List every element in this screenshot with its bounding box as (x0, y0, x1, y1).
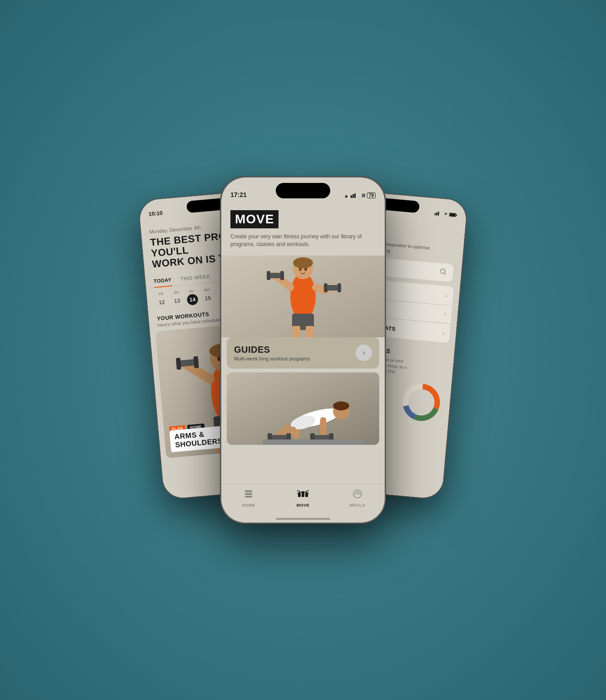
svg-rect-12 (269, 273, 281, 278)
meals-nav-icon (352, 489, 362, 501)
svg-rect-42 (305, 493, 308, 497)
svg-rect-14 (280, 271, 284, 280)
move-screen: 17:21 ▲ 79 MOVE Create your very own fit… (221, 177, 385, 523)
donut-chart-container (399, 380, 444, 426)
move-title: MOVE (235, 212, 274, 226)
tab-today[interactable]: TODAY (153, 273, 172, 287)
svg-rect-34 (245, 490, 252, 492)
svg-rect-70 (456, 214, 457, 216)
hero-bg (221, 256, 385, 337)
guides-section[interactable]: GUIDES Multi-week long workout programs … (227, 337, 379, 369)
svg-point-71 (440, 269, 445, 274)
svg-rect-1 (352, 194, 354, 198)
nav-home[interactable]: HOME (221, 489, 276, 508)
right-status-icons (435, 211, 458, 217)
donut-chart (399, 380, 444, 424)
svg-rect-66 (436, 212, 437, 216)
svg-rect-15 (326, 285, 338, 291)
svg-rect-33 (263, 439, 366, 445)
svg-rect-2 (354, 193, 356, 198)
svg-line-72 (445, 273, 446, 275)
svg-point-21 (333, 401, 349, 410)
cal-day-0: FR 12 (155, 291, 169, 308)
center-bottom-nav: HOME MOVE (221, 484, 385, 523)
center-status-icons: ▲ 79 (344, 192, 376, 198)
svg-rect-17 (337, 283, 341, 292)
home-indicator (276, 518, 330, 520)
tab-this-week[interactable]: THIS WEEK (180, 270, 211, 285)
cal-day-3: MO 15 (200, 287, 215, 304)
guides-text: GUIDES Multi-week long workout programs (234, 345, 310, 361)
guides-title: GUIDES (234, 345, 310, 355)
nav-meals-label: MEALS (350, 503, 365, 508)
athlete2-svg (227, 372, 379, 445)
left-time: 10:10 (148, 210, 163, 217)
dynamic-island (276, 183, 330, 198)
svg-rect-65 (435, 213, 436, 215)
nav-home-label: HOME (242, 503, 255, 508)
svg-rect-36 (245, 496, 252, 498)
svg-rect-11 (306, 326, 314, 337)
guides-subtitle: Multi-week long workout programs (234, 356, 310, 361)
move-nav-icon (297, 489, 309, 501)
move-hero-image (221, 256, 385, 337)
move-content: MOVE Create your very own fitness journe… (221, 201, 385, 523)
breakfast-chevron: › (445, 292, 448, 299)
svg-rect-69 (450, 213, 456, 217)
svg-point-8 (304, 267, 307, 271)
svg-point-7 (299, 267, 302, 271)
battery-indicator: 79 (367, 192, 376, 198)
home-nav-icon (244, 489, 254, 501)
move-header: MOVE Create your very own fitness journe… (221, 201, 385, 256)
svg-rect-10 (292, 326, 300, 337)
second-hero-bg (227, 372, 379, 445)
athlete-hero-svg (221, 256, 385, 337)
snacks-chevron: › (442, 330, 445, 336)
svg-rect-0 (351, 195, 352, 198)
center-time: 17:21 (230, 191, 247, 198)
cal-day-1: SA 13 (170, 290, 184, 306)
search-icon (439, 268, 447, 277)
nav-move[interactable]: MOVE (276, 489, 330, 508)
svg-point-6 (293, 257, 313, 268)
cal-day-2[interactable]: SU 14 (185, 288, 199, 305)
nav-meals[interactable]: MEALS (330, 489, 385, 508)
move-subtitle: Create your very own fitness journey wit… (230, 233, 376, 248)
svg-rect-67 (438, 212, 439, 216)
nav-move-label: MOVE (297, 503, 310, 508)
second-hero-image (227, 372, 379, 445)
move-title-box: MOVE (230, 210, 279, 228)
svg-point-4 (290, 273, 316, 320)
phone-center: 17:21 ▲ 79 MOVE Create your very own fit… (221, 177, 385, 523)
mains-chevron: › (444, 311, 446, 317)
svg-rect-13 (267, 271, 270, 280)
svg-rect-35 (245, 493, 252, 495)
svg-rect-16 (324, 283, 327, 292)
svg-rect-18 (227, 373, 379, 444)
guides-arrow-button[interactable]: › (356, 345, 372, 361)
